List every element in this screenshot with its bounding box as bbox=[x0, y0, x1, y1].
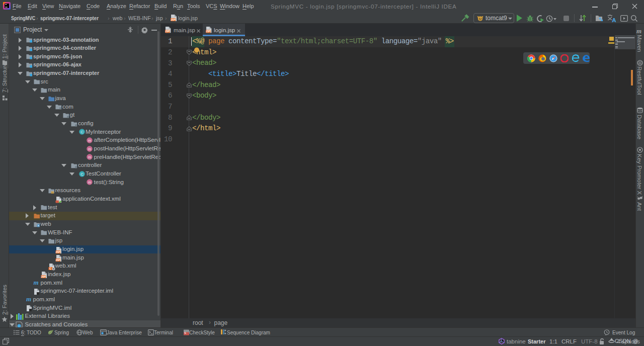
svg-text:JSP: JSP bbox=[55, 258, 60, 262]
svg-text:C: C bbox=[80, 130, 84, 134]
svg-text:JSP: JSP bbox=[55, 250, 60, 253]
svg-text:m: m bbox=[88, 155, 91, 159]
svg-text:JSP: JSP bbox=[41, 275, 46, 278]
svg-text:m: m bbox=[88, 180, 91, 185]
svg-text:JSP: JSP bbox=[171, 18, 176, 21]
svg-text:S: S bbox=[184, 331, 186, 334]
svg-text:m: m bbox=[88, 146, 91, 151]
svg-text:C: C bbox=[80, 171, 84, 176]
svg-text:JSP: JSP bbox=[165, 30, 170, 33]
svg-text:C: C bbox=[49, 267, 51, 270]
svg-text:m: m bbox=[88, 138, 91, 143]
svg-text:JSP: JSP bbox=[206, 30, 210, 33]
svg-text:A: A bbox=[612, 17, 616, 23]
